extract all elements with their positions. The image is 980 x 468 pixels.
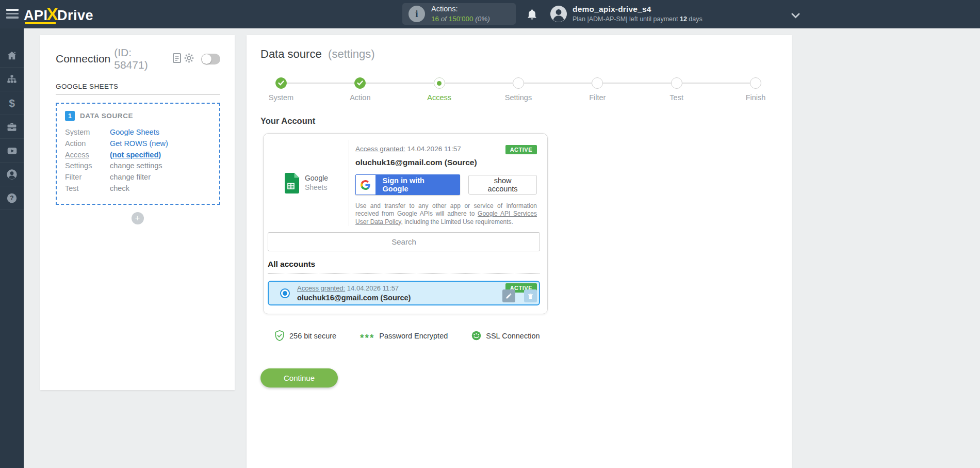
google-sheets-icon xyxy=(284,173,300,193)
actions-counter[interactable]: i Actions: 16 of 150'000 (0%) xyxy=(402,3,516,25)
feature-ssl: SSL Connection xyxy=(471,331,540,341)
logo-part2: Drive xyxy=(57,8,93,23)
row-account-email: oluchuk16@gmail.com (Source) xyxy=(297,294,411,302)
info-icon: i xyxy=(409,6,425,22)
sidebar: $ ? xyxy=(0,28,24,468)
youtube-icon xyxy=(6,145,18,156)
asterisks-icon: *** xyxy=(360,335,374,341)
pencil-icon xyxy=(505,293,512,299)
help-icon: ? xyxy=(6,192,18,204)
connection-id: (ID: 58471) xyxy=(114,46,168,71)
username: demo_apix-drive_s4 xyxy=(573,5,703,14)
user-icon xyxy=(6,169,18,180)
row-access-granted: Access granted: 14.04.2026 11:57 xyxy=(297,284,411,292)
step-finish[interactable]: Finish xyxy=(735,77,776,102)
notifications-bell-icon[interactable] xyxy=(526,8,538,21)
your-account-heading: Your Account xyxy=(260,116,792,126)
wizard-stepper: System Action Access Settings Filter Tes… xyxy=(260,77,776,102)
logo-x: X xyxy=(47,5,59,24)
trash-icon xyxy=(527,293,534,300)
actions-usage: 16 of 150'000 (0%) xyxy=(431,14,490,24)
google-g-icon xyxy=(356,175,375,195)
summary-row-test: Test check xyxy=(65,183,211,195)
google-sheets-logo: Google Sheets xyxy=(284,173,328,193)
ssl-icon xyxy=(471,331,481,341)
account-row-selected[interactable]: Access granted: 14.04.2026 11:57 oluchuk… xyxy=(268,281,540,305)
hamburger-menu-icon[interactable] xyxy=(6,9,19,19)
feature-256-bit: 256 bit secure xyxy=(274,330,336,342)
delete-account-button[interactable] xyxy=(524,289,537,302)
summary-row-filter: Filter change filter xyxy=(65,172,211,183)
security-features: 256 bit secure *** Password Encrypted SS… xyxy=(274,330,792,342)
home-icon xyxy=(6,50,18,61)
edit-account-button[interactable] xyxy=(502,289,515,302)
sidebar-item-connections[interactable] xyxy=(0,68,24,91)
step-number-badge: 1 xyxy=(65,111,75,121)
logo-part1: API xyxy=(24,8,48,23)
shield-check-icon xyxy=(274,330,285,342)
search-input[interactable] xyxy=(268,232,540,251)
sidebar-item-help[interactable]: ? xyxy=(0,186,24,210)
gear-icon[interactable] xyxy=(184,53,194,65)
add-step-button[interactable]: + xyxy=(132,212,144,224)
sidebar-item-tariffs[interactable] xyxy=(0,115,24,139)
connection-toggle[interactable] xyxy=(201,54,220,64)
all-accounts-heading: All accounts xyxy=(268,260,540,274)
topbar: APIXDrive i Actions: 16 of 150'000 (0%) … xyxy=(0,0,980,28)
action-value-link[interactable]: Get ROWS (new) xyxy=(110,138,211,150)
feature-password-encrypted: *** Password Encrypted xyxy=(360,331,448,341)
step-settings[interactable]: Settings xyxy=(498,77,539,102)
sidebar-item-home[interactable] xyxy=(0,44,24,68)
sidebar-item-billing[interactable]: $ xyxy=(0,91,24,115)
actions-label: Actions: xyxy=(431,4,490,14)
svg-text:?: ? xyxy=(10,195,13,202)
settings-panel: Data source (settings) System Action Acc… xyxy=(247,35,792,468)
document-icon[interactable] xyxy=(173,53,181,65)
page-subtitle: (settings) xyxy=(328,47,374,60)
connection-title: Connection xyxy=(56,53,110,65)
summary-row-action: Action Get ROWS (new) xyxy=(65,138,211,150)
connection-system-name: GOOGLE SHEETS xyxy=(56,83,220,95)
briefcase-icon xyxy=(6,121,18,133)
app-logo[interactable]: APIXDrive xyxy=(24,5,93,24)
account-card: Google Sheets Access granted: 14.04.2026… xyxy=(263,133,548,314)
summary-row-settings: Settings change settings xyxy=(65,160,211,172)
show-accounts-button[interactable]: show accounts xyxy=(468,175,537,195)
plan-info: Plan |ADM-AP-SM| left until payment 12 d… xyxy=(573,15,703,23)
step-access[interactable]: Access xyxy=(419,77,460,102)
data-source-box-title: DATA SOURCE xyxy=(80,112,133,120)
sidebar-item-videos[interactable] xyxy=(0,139,24,163)
status-badge: ACTIVE xyxy=(505,145,537,154)
sidebar-item-account[interactable] xyxy=(0,163,24,186)
page-title: Data source xyxy=(260,47,322,60)
access-value-link[interactable]: (not specified) xyxy=(110,150,211,161)
account-email: oluchuk16@gmail.com (Source) xyxy=(355,158,537,167)
google-sheets-label: Google Sheets xyxy=(305,174,328,192)
user-menu[interactable]: demo_apix-drive_s4 Plan |ADM-AP-SM| left… xyxy=(573,5,703,23)
chevron-down-icon[interactable] xyxy=(791,11,800,21)
step-system[interactable]: System xyxy=(260,77,302,102)
summary-row-system: System Google Sheets xyxy=(65,127,211,138)
continue-button[interactable]: Continue xyxy=(260,368,338,388)
sitemap-icon xyxy=(6,74,18,85)
dollar-icon: $ xyxy=(9,97,15,109)
access-granted-text: Access granted: 14.04.2026 11:57 xyxy=(355,145,461,153)
summary-row-access: Access (not specified) xyxy=(65,150,211,161)
logo-underline xyxy=(25,22,56,24)
google-signin-button[interactable]: Sign in with Google xyxy=(355,174,460,195)
step-filter[interactable]: Filter xyxy=(577,77,618,102)
data-source-box[interactable]: 1 DATA SOURCE System Google Sheets Actio… xyxy=(56,103,220,205)
step-test[interactable]: Test xyxy=(656,77,697,102)
user-avatar[interactable] xyxy=(550,5,567,23)
google-api-disclaimer: Use and transfer to any other app or ser… xyxy=(355,202,537,226)
step-action[interactable]: Action xyxy=(339,77,381,102)
connection-panel: Connection (ID: 58471) GOOGLE SHEETS 1 D… xyxy=(40,35,235,390)
system-value-link[interactable]: Google Sheets xyxy=(110,127,211,138)
account-radio[interactable] xyxy=(280,288,290,298)
